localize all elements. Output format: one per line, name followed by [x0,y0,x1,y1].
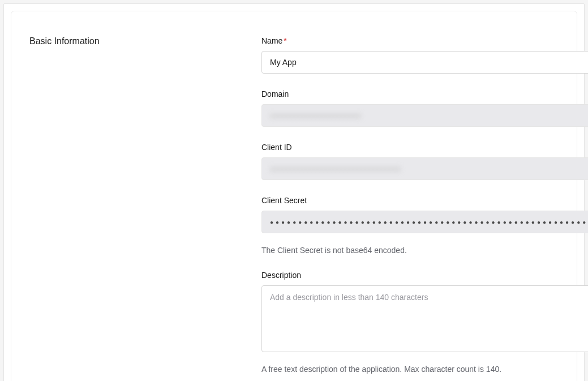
domain-label: Domain [261,89,588,99]
domain-readonly: xxxxxxxxxxxxxxxxxxxxxxx [261,104,588,127]
client-secret-helper: The Client Secret is not base64 encoded. [261,246,588,255]
field-client-secret: Client Secret ●●●●●●●●●●●●●●●●●●●●●●●●●●… [261,196,588,255]
section-header-column: Basic Information [29,36,239,374]
field-name: Name* [261,36,588,74]
field-client-id: Client ID xxxxxxxxxxxxxxxxxxxxxxxxxxxxxx… [261,143,588,180]
name-label-text: Name [261,36,282,45]
field-domain: Domain xxxxxxxxxxxxxxxxxxxxxxx [261,89,588,127]
field-description: Description A free text description of t… [261,271,588,374]
description-textarea[interactable] [261,285,588,352]
name-input[interactable] [261,51,588,74]
name-label: Name* [261,36,588,45]
client-secret-value-masked: ●●●●●●●●●●●●●●●●●●●●●●●●●●●●●●●●●●●●●●●●… [270,219,588,225]
description-label: Description [261,271,588,280]
form-column: Name* Domain xxxxxxxxxxxxxxxxxxxxxx [261,36,588,374]
client-id-readonly: xxxxxxxxxxxxxxxxxxxxxxxxxxxxxxxxx [261,157,588,180]
client-id-label: Client ID [261,143,588,152]
name-input-wrap [261,51,588,74]
description-helper: A free text description of the applicati… [261,365,588,374]
basic-information-card: Basic Information Name* [11,11,577,381]
client-secret-label: Client Secret [261,196,588,205]
client-id-value-obscured: xxxxxxxxxxxxxxxxxxxxxxxxxxxxxxxxx [270,164,401,173]
page-frame: Basic Information Name* [3,3,585,381]
domain-value-obscured: xxxxxxxxxxxxxxxxxxxxxxx [270,111,361,120]
client-secret-readonly: ●●●●●●●●●●●●●●●●●●●●●●●●●●●●●●●●●●●●●●●●… [261,211,588,233]
section-title: Basic Information [29,36,239,46]
required-indicator: * [284,36,286,45]
